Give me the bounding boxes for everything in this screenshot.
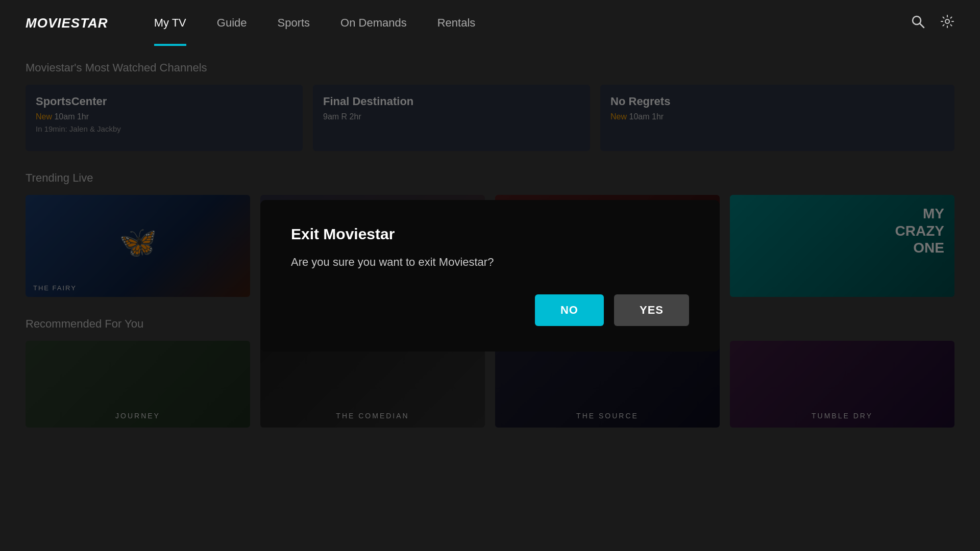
dialog-buttons: NO YES <box>291 294 689 326</box>
exit-dialog: Exit Moviestar Are you sure you want to … <box>260 200 720 352</box>
dialog-overlay: Exit Moviestar Are you sure you want to … <box>0 0 980 551</box>
yes-button[interactable]: YES <box>614 294 689 326</box>
no-button[interactable]: NO <box>535 294 604 326</box>
dialog-message: Are you sure you want to exit Moviestar? <box>291 256 689 269</box>
dialog-title: Exit Moviestar <box>291 226 689 243</box>
